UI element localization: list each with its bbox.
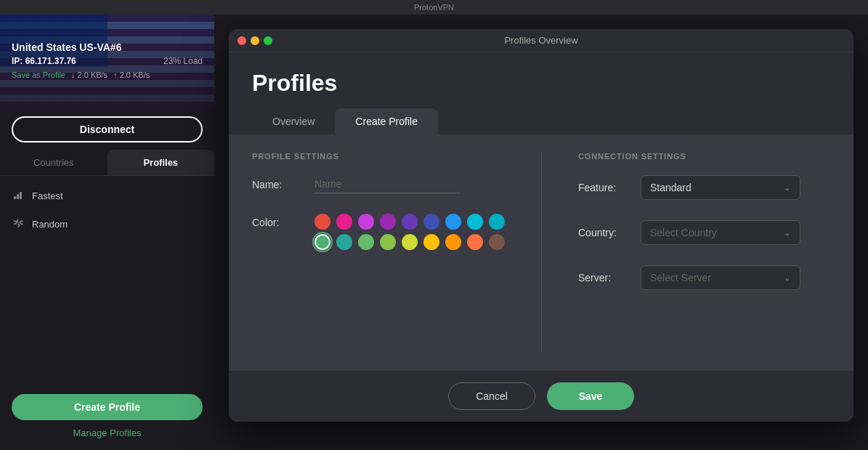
svg-rect-1	[17, 194, 19, 199]
sidebar: United States US-VA#6 IP: 66.171.37.76 2…	[0, 15, 214, 450]
tab-profiles[interactable]: Profiles	[108, 150, 215, 175]
svg-rect-2	[20, 192, 22, 199]
name-input[interactable]	[315, 175, 460, 193]
color-lime-green[interactable]	[380, 234, 396, 250]
maximize-button[interactable]	[264, 36, 272, 45]
save-profile-link[interactable]: Save as Profile	[12, 71, 65, 79]
modal-header: Profiles Overview Create Profile	[229, 52, 853, 134]
color-amber[interactable]	[423, 234, 439, 250]
modal-footer: Cancel Save	[229, 370, 853, 422]
close-button[interactable]	[238, 36, 246, 45]
nav-tabs: Countries Profiles	[0, 150, 214, 176]
country-field-row: Country: Select Country ⌄	[578, 220, 830, 245]
color-picker	[315, 214, 505, 250]
modal-tabs: Overview Create Profile	[252, 108, 830, 134]
name-label: Name:	[252, 179, 303, 190]
connection-ip: IP: 66.171.37.76	[12, 56, 76, 66]
modal-body: PROFILE SETTINGS Name: Color:	[229, 134, 853, 370]
color-deep-purple[interactable]	[402, 214, 418, 230]
color-lime[interactable]	[402, 234, 418, 250]
random-icon	[12, 217, 25, 231]
country-select[interactable]: Select Country ⌄	[641, 220, 800, 245]
color-light-green[interactable]	[358, 234, 374, 250]
name-field-row: Name:	[252, 175, 505, 193]
server-select[interactable]: Select Server ⌄	[641, 265, 800, 290]
color-orange[interactable]	[445, 234, 461, 250]
manage-profiles-link[interactable]: Manage Profiles	[73, 427, 142, 438]
download-speed: ↓ 2.0 KB/s	[71, 71, 108, 79]
tab-create-profile[interactable]: Create Profile	[335, 108, 438, 134]
color-red[interactable]	[315, 214, 330, 230]
server-placeholder: Select Server	[650, 272, 711, 284]
color-deep-orange[interactable]	[467, 234, 483, 250]
sidebar-item-fastest[interactable]: Fastest	[0, 182, 214, 210]
sidebar-list: Fastest Random	[0, 176, 214, 385]
feature-select[interactable]: Standard ⌄	[641, 175, 800, 200]
color-blue[interactable]	[445, 214, 461, 230]
sidebar-footer: Create Profile Manage Profiles	[0, 385, 214, 450]
disconnect-button[interactable]: Disconnect	[12, 116, 203, 142]
save-button[interactable]: Save	[547, 382, 634, 410]
profile-settings-section: PROFILE SETTINGS Name: Color:	[252, 152, 505, 353]
country-placeholder: Select Country	[650, 227, 717, 238]
connection-load: 23% Load	[163, 56, 203, 68]
window-controls	[238, 36, 272, 45]
top-bar: ProtonVPN	[0, 0, 868, 15]
feature-field-row: Feature: Standard ⌄	[578, 175, 830, 200]
color-brown[interactable]	[489, 234, 505, 250]
divider	[541, 152, 542, 353]
modal-titlebar-title: Profiles Overview	[504, 35, 577, 46]
color-field-row: Color:	[252, 214, 505, 250]
modal-titlebar: Profiles Overview	[229, 29, 853, 52]
fastest-label: Fastest	[32, 190, 63, 201]
color-cyan[interactable]	[467, 214, 483, 230]
app-title: ProtonVPN	[414, 3, 454, 12]
color-row-2	[315, 234, 505, 250]
server-label: Server:	[578, 272, 629, 284]
traffic-light-area	[0, 0, 214, 15]
modal-title: Profiles	[252, 70, 830, 97]
connection-name: United States US-VA#6	[12, 41, 203, 53]
random-label: Random	[32, 219, 68, 230]
color-violet[interactable]	[358, 214, 374, 230]
server-field-row: Server: Select Server ⌄	[578, 265, 830, 290]
cancel-button[interactable]: Cancel	[448, 382, 535, 410]
color-label: Color:	[252, 217, 303, 228]
color-green[interactable]	[315, 234, 330, 250]
color-purple[interactable]	[380, 214, 396, 230]
header-content: United States US-VA#6 IP: 66.171.37.76 2…	[0, 15, 214, 109]
tab-countries[interactable]: Countries	[0, 150, 108, 175]
connection-settings-section: CONNECTION SETTINGS Feature: Standard ⌄	[578, 152, 830, 353]
feature-value: Standard	[650, 182, 691, 193]
sidebar-item-random[interactable]: Random	[0, 210, 214, 238]
connection-header: United States US-VA#6 IP: 66.171.37.76 2…	[0, 15, 214, 109]
save-profile-row: Save as Profile ↓ 2.0 KB/s ↑ 2.0 KB/s	[12, 71, 203, 79]
svg-rect-0	[14, 196, 16, 199]
feature-label: Feature:	[578, 182, 629, 193]
tab-overview[interactable]: Overview	[252, 108, 335, 134]
profiles-modal: Profiles Overview Profiles Overview Crea…	[229, 29, 853, 422]
country-chevron-icon: ⌄	[784, 228, 791, 238]
color-row-1	[315, 214, 505, 230]
upload-speed: ↑ 2.0 KB/s	[113, 71, 150, 79]
color-teal-blue[interactable]	[489, 214, 505, 230]
minimize-button[interactable]	[251, 36, 259, 45]
color-pink[interactable]	[336, 214, 352, 230]
right-panel: Profiles Overview Profiles Overview Crea…	[214, 15, 868, 450]
feature-chevron-icon: ⌄	[784, 182, 791, 193]
country-label: Country:	[578, 227, 629, 238]
connection-settings-label: CONNECTION SETTINGS	[578, 152, 830, 161]
color-teal[interactable]	[336, 234, 352, 250]
profile-settings-label: PROFILE SETTINGS	[252, 152, 505, 161]
server-chevron-icon: ⌄	[784, 273, 791, 283]
fastest-icon	[12, 189, 25, 203]
create-profile-button[interactable]: Create Profile	[12, 394, 203, 420]
color-indigo[interactable]	[423, 214, 439, 230]
